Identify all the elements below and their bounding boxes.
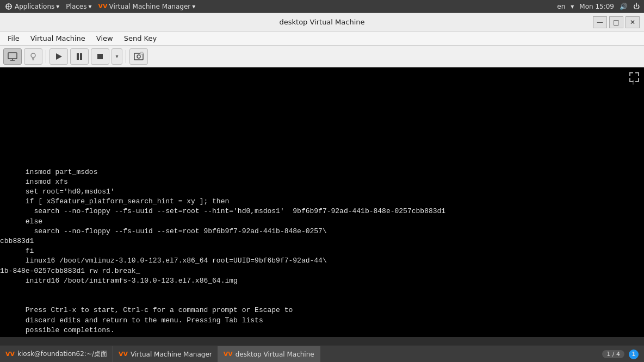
vm-manager-menu[interactable]: VV Virtual Machine Manager ▾ <box>98 3 196 10</box>
minimize-button[interactable]: — <box>593 16 607 28</box>
taskbar-item-vm-manager[interactable]: VV Virtual Machine Manager <box>113 346 218 362</box>
taskbar: VV kiosk@foundation62:~/桌面 VV Virtual Ma… <box>0 346 644 362</box>
svg-rect-12 <box>97 54 103 59</box>
menu-view[interactable]: View <box>92 33 117 43</box>
taskbar-left: VV kiosk@foundation62:~/桌面 VV Virtual Ma… <box>0 346 320 362</box>
stop-button[interactable] <box>91 48 109 65</box>
places-menu[interactable]: Places ▾ <box>66 3 91 10</box>
apps-dropdown-arrow: ▾ <box>56 3 59 10</box>
terminal-content: insmod part_msdos insmod xfs set root='h… <box>0 67 644 337</box>
taskbar-logo-1: VV <box>5 351 15 358</box>
toolbar: ▾ <box>0 46 644 67</box>
system-bar-left: Applications ▾ Places ▾ VV Virtual Machi… <box>4 2 195 11</box>
play-button[interactable] <box>49 48 68 65</box>
taskbar-logo-2: VV <box>119 351 128 358</box>
svg-rect-11 <box>80 53 82 60</box>
play-icon <box>55 53 63 60</box>
language-indicator[interactable]: en <box>557 3 565 10</box>
toolbar-separator-2 <box>126 50 126 63</box>
terminal-text: insmod part_msdos insmod xfs set root='h… <box>0 168 445 334</box>
stop-dropdown[interactable]: ▾ <box>112 48 122 65</box>
svg-marker-9 <box>56 53 62 60</box>
system-bar: Applications ▾ Places ▾ VV Virtual Machi… <box>0 0 644 13</box>
stop-icon <box>96 53 104 60</box>
svg-rect-10 <box>77 53 79 60</box>
places-dropdown-arrow: ▾ <box>89 3 92 10</box>
language-dropdown-arrow: ▾ <box>571 3 574 10</box>
taskbar-label-desktop: kiosk@foundation62:~/桌面 <box>17 349 107 359</box>
apps-icon <box>4 2 13 11</box>
menu-send-key[interactable]: Send Key <box>120 33 161 43</box>
vm-screen[interactable]: insmod part_msdos insmod xfs set root='h… <box>0 67 644 337</box>
clock: Mon 15:09 <box>579 3 614 10</box>
svg-rect-3 <box>8 53 17 59</box>
menu-virtual-machine[interactable]: Virtual Machine <box>26 33 90 43</box>
window-title: desktop Virtual Machine <box>279 18 364 26</box>
menu-bar: File Virtual Machine View Send Key <box>0 32 644 46</box>
window-controls: — □ ✕ <box>593 16 640 28</box>
taskbar-label-vm-manager: Virtual Machine Manager <box>131 351 212 358</box>
screenshot-icon <box>134 52 144 61</box>
menu-file[interactable]: File <box>3 33 24 43</box>
svg-point-6 <box>31 53 35 58</box>
lightbulb-icon <box>28 52 38 61</box>
pause-button[interactable] <box>70 48 89 65</box>
system-bar-right: en ▾ Mon 15:09 🔊 ⏻ <box>557 3 640 10</box>
close-button[interactable]: ✕ <box>626 16 640 28</box>
expand-button[interactable] <box>628 71 641 84</box>
taskbar-right: 1 / 4 1 <box>597 349 644 359</box>
power-icon[interactable]: ⏻ <box>633 3 640 10</box>
page-indicator: 1 / 4 <box>602 350 624 358</box>
lightbulb-button[interactable] <box>24 48 42 65</box>
vm-logo-icon: VV <box>98 3 108 10</box>
toolbar-separator-1 <box>46 50 46 63</box>
screenshot-button[interactable] <box>129 48 148 65</box>
applications-menu[interactable]: Applications ▾ <box>4 2 59 11</box>
monitor-button[interactable] <box>3 48 22 65</box>
vm-manager-dropdown-arrow: ▾ <box>192 3 195 10</box>
applications-label: Applications <box>15 3 54 10</box>
svg-point-15 <box>137 55 140 58</box>
monitor-icon <box>8 52 17 61</box>
svg-rect-14 <box>140 52 143 54</box>
taskbar-label-vm-desktop: desktop Virtual Machine <box>236 351 314 358</box>
volume-icon[interactable]: 🔊 <box>620 3 628 10</box>
taskbar-logo-3: VV <box>224 351 233 358</box>
pause-icon <box>76 53 83 60</box>
vm-manager-label: Virtual Machine Manager <box>109 3 191 10</box>
expand-icon <box>629 72 640 83</box>
taskbar-item-desktop[interactable]: VV kiosk@foundation62:~/桌面 <box>0 346 113 362</box>
notification-badge[interactable]: 1 <box>629 349 639 359</box>
title-bar: desktop Virtual Machine — □ ✕ <box>0 13 644 32</box>
maximize-button[interactable]: □ <box>609 16 623 28</box>
taskbar-item-vm-desktop[interactable]: VV desktop Virtual Machine <box>218 346 320 362</box>
places-label: Places <box>66 3 86 10</box>
